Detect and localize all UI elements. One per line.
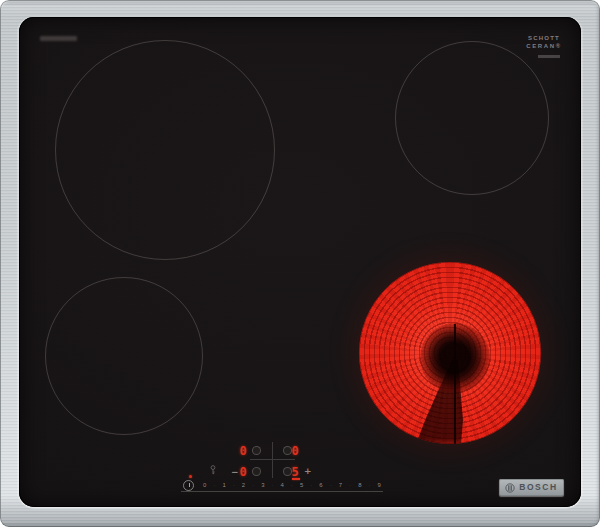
sensor-stem <box>454 324 456 444</box>
level-label: 2 <box>242 482 245 488</box>
display-front-left: 0 <box>237 466 249 478</box>
cooking-zone-rear-left <box>55 40 275 260</box>
level-label: 7 <box>339 482 342 488</box>
zone-select-key-rear-left[interactable] <box>252 446 261 455</box>
level-label: 3 <box>261 482 264 488</box>
level-dot: · <box>330 483 332 488</box>
level-dot: · <box>291 483 293 488</box>
power-level-slider[interactable]: 0· 1· 2· 3· 4· 5· 6· 7· 8· 9 <box>181 480 383 494</box>
bosch-badge: BOSCH <box>499 479 564 496</box>
level-label: 9 <box>378 482 381 488</box>
zone-select-key-rear-right[interactable] <box>283 446 292 455</box>
cooking-zone-rear-right <box>395 41 549 195</box>
residual-heat-indicator <box>189 475 192 478</box>
schott-logo-subtext <box>538 55 560 58</box>
power-icon <box>189 483 191 487</box>
zone-select-key-front-left[interactable] <box>252 467 261 476</box>
glowing-heating-element <box>359 262 541 444</box>
child-lock-key-icon[interactable] <box>209 465 217 475</box>
level-dot: · <box>310 483 312 488</box>
display-rear-left: 0 <box>237 445 249 457</box>
level-dot: · <box>252 483 254 488</box>
bosch-logo-icon <box>505 483 515 493</box>
level-dot: · <box>233 483 235 488</box>
zone-select-key-front-right[interactable] <box>283 467 292 476</box>
cooking-zone-front-left <box>45 277 203 435</box>
minus-key[interactable]: − <box>231 468 239 477</box>
display-divider-vertical <box>272 442 273 478</box>
slider-groove <box>181 491 383 492</box>
schott-ceran-logo: SCHOTT CERAN® <box>524 35 564 58</box>
level-label: 1 <box>222 482 225 488</box>
plus-key[interactable]: + <box>304 467 312 476</box>
etched-model-text <box>40 36 77 41</box>
level-label: 4 <box>281 482 284 488</box>
level-dot: · <box>349 483 351 488</box>
power-button[interactable] <box>183 480 194 491</box>
slider-level-labels: 0· 1· 2· 3· 4· 5· 6· 7· 8· 9 <box>203 482 381 488</box>
hob-product-image: SCHOTT CERAN® 0 0 0 5 − + <box>0 0 600 527</box>
bosch-wordmark: BOSCH <box>519 483 558 492</box>
schott-logo-line1: SCHOTT <box>524 35 564 43</box>
level-dot: · <box>369 483 371 488</box>
level-label: 0 <box>203 482 206 488</box>
level-label: 6 <box>319 482 322 488</box>
level-label: 5 <box>300 482 303 488</box>
level-dot: · <box>214 483 216 488</box>
ceramic-glass-surface: SCHOTT CERAN® 0 0 0 5 − + <box>19 17 581 507</box>
schott-logo-line2: CERAN® <box>524 43 564 51</box>
level-label: 8 <box>358 482 361 488</box>
level-dot: · <box>272 483 274 488</box>
